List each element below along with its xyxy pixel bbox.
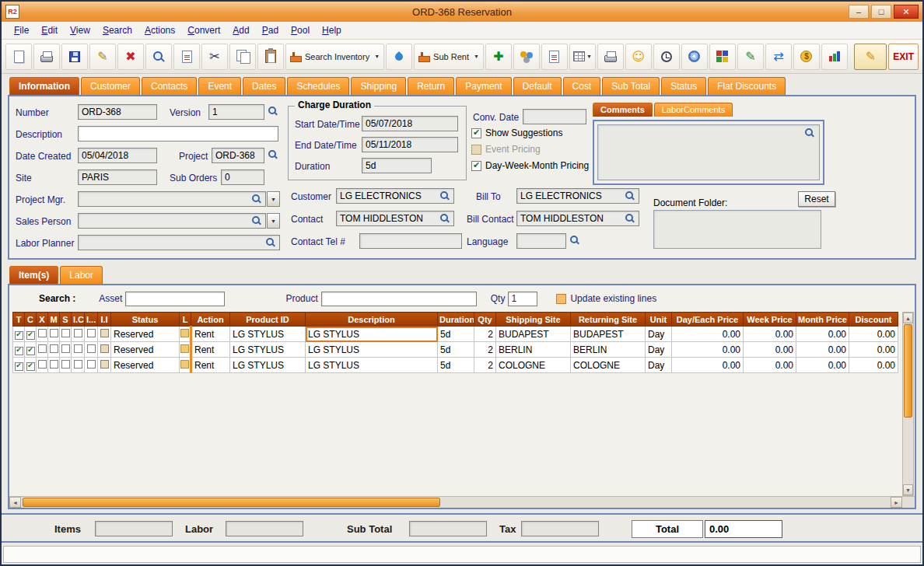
row-flag-checkbox[interactable] (100, 360, 109, 369)
title-bar[interactable]: R2 ORD-368 Reservation – □ ✕ (2, 2, 922, 22)
checkbox-event-pricing[interactable]: Event Pricing (471, 144, 589, 155)
sub-total-field[interactable] (409, 521, 487, 536)
menu-help[interactable]: Help (316, 23, 348, 38)
language-field[interactable] (516, 233, 566, 249)
inventory-cubes-button[interactable] (709, 44, 736, 70)
contact-tel-field[interactable] (359, 233, 462, 249)
exit-button[interactable]: EXIT (888, 44, 919, 70)
cell-l-indicator[interactable] (180, 342, 191, 358)
update-existing-lines-checkbox[interactable] (556, 294, 566, 304)
cell-discount[interactable]: 0.00 (849, 327, 898, 342)
transfer-button[interactable]: ⇄ (765, 44, 792, 70)
duration-field[interactable]: 5d (362, 158, 432, 173)
add-item-button[interactable]: ✚ (485, 44, 512, 70)
search-inventory-caret[interactable]: ▼ (374, 54, 380, 59)
row-flag-checkbox[interactable] (100, 329, 109, 337)
cell-product-id[interactable]: LG STYLUS (230, 342, 306, 358)
cell-returning-site[interactable]: BUDAPEST (571, 327, 646, 342)
horizontal-scroll-thumb[interactable] (23, 498, 440, 507)
cell-product-id[interactable]: LG STYLUS (230, 327, 306, 342)
cell-flag[interactable] (60, 342, 72, 358)
col-i[interactable]: I... (85, 313, 98, 327)
checkbox-box[interactable] (471, 145, 481, 155)
col-c[interactable]: C (25, 313, 37, 327)
view-notes-button[interactable] (173, 44, 200, 70)
billing-button[interactable] (793, 44, 820, 70)
copy-button[interactable] (229, 44, 256, 70)
cell-description[interactable]: LG STYLUS (306, 342, 438, 358)
new-order-button[interactable] (5, 44, 32, 70)
vertical-scroll-track[interactable] (903, 323, 913, 484)
col-discount[interactable]: Discount (849, 313, 898, 327)
checkbox-show-suggestions[interactable]: Show Suggestions (471, 128, 589, 138)
row-flag-checkbox[interactable] (38, 329, 47, 337)
item-row[interactable]: ReservedRentLG STYLUSLG STYLUS5d2BERLINB… (13, 342, 898, 358)
col-status[interactable]: Status (111, 313, 180, 327)
item-row[interactable]: ReservedRentLG STYLUSLG STYLUS5d2BUDAPES… (13, 327, 898, 342)
print-documents-button[interactable] (597, 44, 624, 70)
row-flag-checkbox[interactable] (87, 344, 96, 353)
quick-pen-button[interactable]: ✎ (854, 44, 887, 70)
cell-flag[interactable] (72, 358, 85, 373)
menu-actions[interactable]: Actions (138, 23, 181, 38)
cell-flag[interactable] (37, 342, 48, 358)
tab-payment[interactable]: Payment (456, 77, 511, 95)
cell-returning-site[interactable]: BERLIN (571, 342, 646, 358)
minimize-button[interactable]: – (849, 5, 869, 19)
cell-shipping-site[interactable]: BUDAPEST (496, 327, 571, 342)
cell-week-price[interactable]: 0.00 (744, 342, 796, 358)
row-flag-checkbox[interactable] (61, 360, 70, 369)
col-returning-site[interactable]: Returning Site (571, 313, 646, 327)
end-date-field[interactable]: 05/11/2018 (362, 137, 458, 152)
menu-file[interactable]: File (8, 23, 35, 38)
description-field[interactable] (78, 126, 278, 142)
cell-day-each-price[interactable]: 0.00 (672, 342, 744, 358)
search-inventory-button[interactable]: Search Inventory▼ (285, 44, 384, 70)
save-button[interactable] (61, 44, 88, 70)
language-search-icon[interactable] (569, 235, 580, 246)
cell-day-each-price[interactable]: 0.00 (672, 327, 744, 342)
reset-button[interactable]: Reset (798, 191, 835, 207)
cell-flag[interactable] (85, 358, 98, 373)
cell-week-price[interactable]: 0.00 (744, 327, 796, 342)
col-x[interactable]: X (37, 313, 48, 327)
horizontal-scroll-track[interactable] (21, 497, 891, 508)
col-shipping-site[interactable]: Shipping Site (496, 313, 571, 327)
menu-search[interactable]: Search (96, 23, 138, 38)
checkbox-box[interactable] (471, 161, 481, 171)
comments-area[interactable] (597, 124, 820, 180)
version-field[interactable]: 1 (208, 104, 264, 120)
vertical-scrollbar[interactable]: ▲ ▼ (902, 312, 914, 496)
sub-orders-field[interactable]: 0 (221, 169, 264, 185)
cell-flag[interactable] (37, 327, 48, 342)
scroll-right-button[interactable]: ► (891, 497, 902, 508)
paste-button[interactable] (257, 44, 284, 70)
row-flag-checkbox[interactable] (50, 344, 58, 353)
maximize-button[interactable]: □ (871, 5, 891, 19)
cell-flag[interactable] (25, 327, 37, 342)
menu-pad[interactable]: Pad (256, 23, 285, 38)
cell-month-price[interactable]: 0.00 (796, 327, 849, 342)
cell-flag[interactable] (85, 342, 98, 358)
document-folder-box[interactable] (653, 210, 821, 249)
contact-search-icon[interactable] (439, 213, 450, 224)
col-s[interactable]: S (60, 313, 72, 327)
customer-field[interactable]: LG ELECTRONICS (336, 188, 454, 204)
cell-flag[interactable] (48, 342, 60, 358)
col-week-price[interactable]: Week Price (744, 313, 796, 327)
row-flag-checkbox[interactable] (15, 331, 23, 340)
row-flag-checkbox[interactable] (26, 331, 35, 340)
cell-flag[interactable] (72, 327, 85, 342)
cell-flag[interactable] (98, 342, 111, 358)
cell-l-indicator[interactable] (180, 358, 191, 373)
cell-month-price[interactable]: 0.00 (796, 358, 849, 373)
tab-item-s[interactable]: Item(s) (9, 266, 58, 284)
cell-discount[interactable]: 0.00 (849, 342, 898, 358)
tab-sub-total[interactable]: Sub Total (602, 77, 660, 95)
row-flag-checkbox[interactable] (26, 347, 35, 355)
sales-person-field[interactable] (78, 213, 266, 229)
bill-to-field[interactable]: LG ELECTRONICS (516, 188, 639, 204)
col-t[interactable]: T (13, 313, 25, 327)
cell-flag[interactable] (25, 342, 37, 358)
cell-discount[interactable]: 0.00 (849, 358, 898, 373)
